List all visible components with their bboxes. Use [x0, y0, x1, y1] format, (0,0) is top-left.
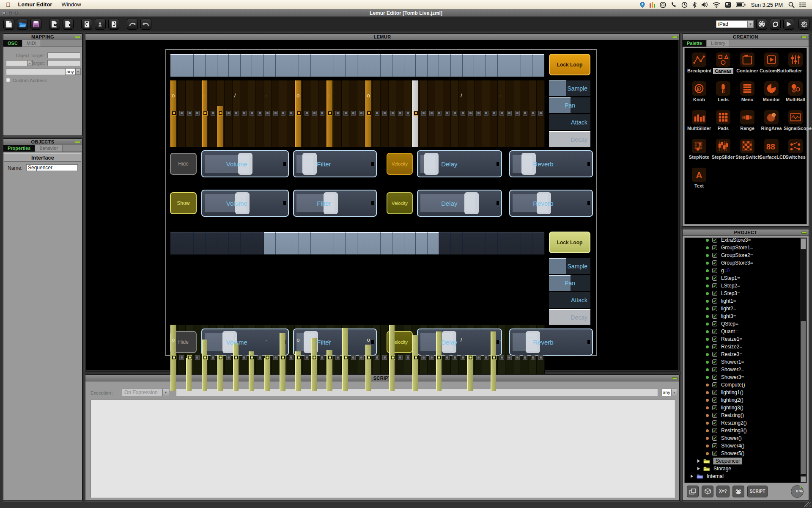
step-switch[interactable] — [242, 111, 247, 116]
step-switch[interactable] — [398, 111, 403, 116]
tree-item-GroupStore2[interactable]: GroupStore2= — [685, 251, 799, 259]
fader-delay[interactable]: Delay — [417, 329, 502, 356]
scrollbar-thumb[interactable] — [801, 321, 806, 474]
step-switch[interactable] — [281, 355, 285, 360]
fader-volume[interactable]: Volume — [201, 150, 289, 177]
step-switch[interactable] — [445, 355, 450, 360]
step-switch[interactable] — [367, 111, 371, 116]
tree-checkbox[interactable] — [712, 352, 717, 357]
palette-item-multiball[interactable]: MultiBall — [784, 81, 807, 102]
step-switch[interactable] — [453, 111, 457, 116]
any-select-arrow-icon[interactable]: ▼ — [75, 68, 81, 75]
tree-checkbox[interactable] — [712, 253, 717, 258]
step-switch[interactable] — [328, 355, 332, 360]
range-cell[interactable] — [369, 54, 381, 77]
range-cell[interactable] — [498, 54, 510, 77]
step-switch[interactable] — [296, 111, 301, 116]
palette-item-surfacelcd[interactable]: 88SurfaceLCD — [760, 139, 783, 160]
minimize-dash-icon[interactable] — [672, 36, 678, 38]
tree-checkbox[interactable] — [712, 398, 717, 403]
step-switch[interactable] — [273, 111, 278, 116]
step-bar[interactable] — [264, 358, 270, 391]
tree-item-ExtraStore3[interactable]: ExtraStore3= — [685, 237, 799, 244]
range-cell[interactable] — [392, 54, 404, 77]
palette-item-multislider[interactable]: MultiSlider — [687, 110, 711, 131]
step-switch[interactable] — [484, 355, 488, 360]
activity-bars-icon[interactable] — [650, 2, 655, 8]
tree-checkbox[interactable] — [712, 451, 717, 456]
step-switch[interactable] — [437, 111, 442, 116]
step-switch[interactable] — [218, 355, 223, 360]
tree-checkbox[interactable] — [712, 298, 717, 304]
step-switch[interactable] — [250, 111, 254, 116]
open-file-button[interactable] — [17, 19, 28, 30]
step-switch[interactable] — [476, 355, 481, 360]
range-cell[interactable] — [532, 54, 544, 77]
volume-icon[interactable] — [701, 2, 708, 8]
step-switch[interactable] — [296, 355, 301, 360]
step-switch[interactable] — [499, 111, 504, 116]
step-switch[interactable] — [172, 111, 176, 116]
step-switch[interactable] — [367, 355, 371, 360]
tree-checkbox[interactable] — [712, 306, 717, 311]
lock-loop-button[interactable]: Lock Loop — [549, 232, 590, 253]
tree-item-Resizing[interactable]: Resizing() — [685, 411, 799, 419]
range-cell[interactable] — [357, 54, 369, 77]
name-input[interactable]: Sequencer — [26, 164, 78, 171]
strip-fader-pan[interactable]: Pan — [549, 97, 590, 113]
execution-any-arrow-icon[interactable]: ▼ — [672, 389, 677, 396]
tree-checkbox[interactable] — [712, 413, 717, 418]
copy-button[interactable] — [81, 19, 92, 30]
tree-checkbox[interactable] — [712, 260, 717, 265]
objects-panel-header[interactable]: OBJECTS — [3, 139, 82, 145]
step-switch[interactable] — [531, 111, 535, 116]
execution-select[interactable]: On Expression — [122, 389, 162, 396]
midi-settings-button[interactable] — [756, 19, 767, 30]
cut-button[interactable]: ✂ — [95, 19, 106, 30]
window-resize-grip[interactable] — [804, 502, 811, 507]
step-switch[interactable] — [398, 355, 403, 360]
device-select[interactable]: iPad — [716, 20, 747, 28]
palette-item-stepslider[interactable]: StepSlider — [711, 139, 735, 160]
zoom-window-button[interactable]: + — [14, 11, 18, 15]
fader-handle[interactable] — [302, 153, 317, 175]
paste-button[interactable] — [108, 19, 119, 30]
fader-filter[interactable]: Filter — [293, 150, 377, 177]
range-cell[interactable] — [276, 54, 288, 77]
step-bar[interactable] — [491, 331, 496, 391]
range-cell[interactable] — [486, 232, 498, 254]
tree-item-lighting3[interactable]: lighting3() — [685, 404, 799, 411]
palette-item-text[interactable]: AText — [687, 168, 711, 188]
range-cell[interactable] — [474, 232, 486, 254]
scrollbar-top-button[interactable] — [801, 238, 806, 249]
tree-item-GroupStore1[interactable]: GroupStore1= — [685, 244, 799, 251]
palette-item-leds[interactable]: Leds — [711, 81, 735, 102]
step-switch[interactable] — [359, 355, 364, 360]
strip-fader-decay[interactable]: Decay — [549, 309, 590, 325]
range-cell[interactable] — [509, 232, 521, 254]
creation-panel-header[interactable]: CREATION — [683, 34, 809, 40]
range-cell[interactable] — [194, 54, 206, 77]
step-bar[interactable] — [412, 335, 418, 391]
step-switch[interactable] — [531, 355, 535, 360]
tree-item-QStep[interactable]: QStep= — [685, 320, 799, 328]
step-switch[interactable] — [335, 355, 340, 360]
tree-item-LStep3[interactable]: LStep3= — [685, 290, 799, 297]
tree-item-light3[interactable]: light3= — [685, 312, 799, 320]
tree-checkbox[interactable] — [712, 344, 717, 349]
step-switch[interactable] — [265, 111, 270, 116]
step-switch[interactable] — [507, 355, 512, 360]
fader-filter[interactable]: Filter — [293, 329, 377, 356]
mapping-panel-header[interactable]: MAPPING — [3, 34, 82, 40]
range-cell[interactable] — [381, 54, 392, 77]
run-button[interactable] — [783, 19, 794, 30]
tree-folder-sequencer[interactable]: Sequencer — [685, 457, 799, 465]
variables-button[interactable]: X=? — [716, 486, 730, 497]
step-switch[interactable] — [390, 355, 395, 360]
step-switch[interactable] — [499, 355, 504, 360]
step-switch[interactable] — [382, 355, 387, 360]
tree-item-lighting1[interactable]: lighting1() — [685, 389, 799, 396]
project-scrollbar[interactable] — [800, 238, 807, 483]
step-switch[interactable] — [429, 111, 434, 116]
step-switch[interactable] — [187, 111, 192, 116]
